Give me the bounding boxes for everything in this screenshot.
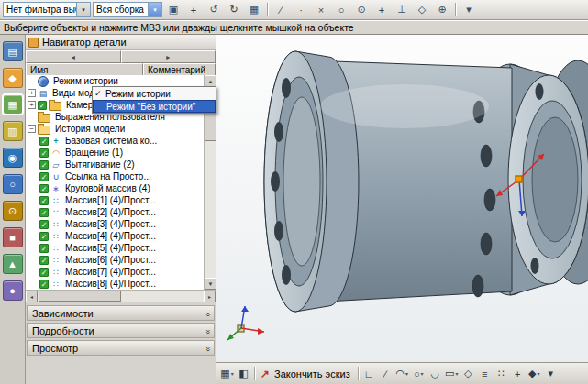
point-icon[interactable]: +: [510, 366, 526, 382]
hd3d-tools-icon[interactable]: ◉: [3, 148, 23, 168]
layers-icon[interactable]: ▦: [245, 1, 263, 19]
line-icon[interactable]: ∕: [378, 366, 394, 382]
tree-item-extrude[interactable]: ✓▱Вытягивание (2): [26, 159, 204, 170]
tree-item-pattern-member[interactable]: ✓∷Массив[1] (4)/Прост...: [26, 194, 204, 206]
fillet-icon[interactable]: ◡: [427, 366, 443, 382]
snap-endpoint-icon[interactable]: ∕: [272, 1, 290, 19]
web-browser-icon[interactable]: ○: [3, 174, 23, 194]
roles-icon[interactable]: ●: [3, 280, 23, 301]
add-component-icon[interactable]: +: [184, 1, 203, 19]
chevron-expand-icon[interactable]: »: [203, 346, 212, 349]
rectangle-icon[interactable]: ▭▾: [444, 366, 460, 382]
pattern-curve-icon[interactable]: ∷: [494, 366, 509, 382]
snap-intersection-icon[interactable]: ×: [312, 1, 330, 19]
chevron-down-icon[interactable]: ▾: [76, 3, 90, 16]
navigator-back-button[interactable]: ◂: [26, 50, 121, 63]
reuse-library-icon[interactable]: ▥: [3, 121, 23, 141]
navigator-forward-button[interactable]: ▸: [121, 50, 216, 63]
checkbox-icon[interactable]: ✓: [39, 208, 49, 217]
tree-item-pattern-member[interactable]: ✓∷Массив[6] (4)/Прост...: [26, 254, 204, 266]
chevron-down-icon[interactable]: ▾: [537, 370, 539, 377]
checkbox-icon[interactable]: ✓: [39, 220, 49, 229]
tree-item-pattern-member[interactable]: ✓∷Массив[2] (4)/Прост...: [26, 206, 204, 218]
checkbox-icon[interactable]: ✓: [39, 137, 49, 146]
history-icon[interactable]: ⊙: [3, 201, 23, 221]
snap-existing-point-icon[interactable]: +: [372, 1, 391, 19]
snap-midpoint-icon[interactable]: ·: [292, 1, 310, 19]
menu-item-history-mode[interactable]: ✓ Режим истории: [93, 87, 216, 100]
flange-part[interactable]: [264, 51, 588, 312]
part-navigator-icon[interactable]: ▦: [3, 94, 23, 115]
snapshot-icon[interactable]: ▣: [164, 1, 183, 19]
checkbox-icon[interactable]: ✓: [39, 184, 49, 193]
checkbox-icon[interactable]: ✓: [39, 280, 49, 289]
offset-curve-icon[interactable]: ≡: [477, 366, 493, 382]
checkbox-icon[interactable]: ✓: [39, 172, 49, 181]
scroll-right-icon[interactable]: ▸: [204, 291, 216, 302]
profile-icon[interactable]: ∟: [361, 366, 377, 382]
checkbox-icon[interactable]: ✓: [39, 196, 49, 205]
tree-item-link[interactable]: ✓∪Ссылка на Просто...: [26, 170, 204, 182]
process-studio-icon[interactable]: ▲: [3, 254, 23, 274]
expand-toggle-icon[interactable]: +: [28, 101, 36, 109]
snap-perpendicular-icon[interactable]: ⊥: [393, 1, 411, 19]
more-shapes-icon[interactable]: ◆▾: [527, 366, 542, 382]
chevron-down-icon[interactable]: ▾: [421, 370, 424, 377]
tree-item-revolve[interactable]: ✓◠Вращение (1): [26, 147, 204, 159]
tree-item-pattern-member[interactable]: ✓∷Массив[7] (4)/Прост...: [26, 266, 204, 278]
materials-icon[interactable]: ■: [3, 227, 23, 247]
selection-scope-dropdown[interactable]: Вся сборка ▾: [93, 2, 162, 17]
graphics-viewport[interactable]: [216, 35, 588, 362]
tree-horizontal-scrollbar[interactable]: ◂ ▸: [26, 290, 216, 302]
checkbox-icon[interactable]: ✓: [39, 244, 49, 253]
checkbox-icon[interactable]: ✓: [39, 256, 49, 265]
column-header-comment[interactable]: Комментарий: [143, 63, 216, 76]
collapse-toggle-icon[interactable]: −: [28, 125, 36, 133]
checkbox-icon[interactable]: ✓: [39, 232, 49, 241]
tree-item-pattern-member[interactable]: ✓∷Массив[4] (4)/Прост...: [26, 230, 204, 242]
panel-preview[interactable]: Просмотр »: [27, 340, 215, 356]
tree-item-datum-csys[interactable]: ✓+Базовая система ко...: [26, 135, 204, 147]
scroll-left-icon[interactable]: ◂: [26, 291, 38, 302]
orbit-icon[interactable]: ↺: [205, 1, 223, 19]
column-header-name[interactable]: Имя: [26, 63, 143, 76]
circle-icon[interactable]: ○▾: [411, 366, 427, 382]
finish-sketch-button[interactable]: Закончить эскиз: [274, 368, 350, 379]
chevron-expand-icon[interactable]: »: [203, 329, 212, 332]
checkbox-icon[interactable]: ✓: [39, 148, 49, 158]
tree-item-model-history[interactable]: −История модели: [26, 123, 204, 135]
scrollbar-thumb[interactable]: [39, 291, 121, 302]
checkbox-icon[interactable]: ✓: [38, 101, 47, 110]
constraint-navigator-icon[interactable]: ◆: [3, 68, 23, 88]
tree-item-pattern-member[interactable]: ✓∷Массив[5] (4)/Прост...: [26, 242, 204, 254]
snap-quadrant-icon[interactable]: ⊙: [352, 1, 371, 19]
sketch-plane-icon[interactable]: ▦▾: [219, 366, 235, 382]
assembly-navigator-icon[interactable]: ▤: [3, 41, 23, 61]
selection-filter-dropdown[interactable]: Нет фильтра выбо ▾: [3, 2, 91, 17]
expand-toggle-icon[interactable]: +: [28, 89, 36, 97]
snap-point-on-curve-icon[interactable]: ◇: [413, 1, 431, 19]
checkbox-icon[interactable]: ✓: [39, 160, 49, 170]
tree-item-pattern-member[interactable]: ✓∷Массив[3] (4)/Прост...: [26, 218, 204, 230]
panel-details[interactable]: Подробности »: [27, 323, 215, 338]
chevron-down-icon[interactable]: ▾: [231, 370, 234, 377]
toolbar-more-icon[interactable]: ▾: [543, 366, 559, 382]
viewport-canvas[interactable]: [216, 35, 588, 362]
polygon-icon[interactable]: ◇: [460, 366, 476, 382]
reattach-icon[interactable]: ◧: [236, 366, 251, 382]
refresh-icon[interactable]: ↻: [225, 1, 243, 19]
chevron-down-icon[interactable]: ▾: [148, 3, 161, 16]
toolbar-options-icon[interactable]: ▾: [460, 1, 478, 19]
chevron-expand-icon[interactable]: »: [203, 312, 212, 314]
snap-tangent-icon[interactable]: ⊕: [433, 1, 451, 19]
chevron-down-icon[interactable]: ▾: [455, 370, 458, 377]
panel-dependencies[interactable]: Зависимости »: [27, 305, 215, 321]
menu-item-history-free-mode[interactable]: Режим "Без истории": [93, 100, 216, 113]
chevron-down-icon[interactable]: ▾: [405, 370, 408, 377]
snap-arc-center-icon[interactable]: ○: [332, 1, 350, 19]
checkbox-icon[interactable]: ✓: [39, 268, 49, 277]
finish-sketch-icon[interactable]: ↗: [258, 367, 272, 381]
scroll-down-icon[interactable]: ▼: [205, 278, 216, 290]
arc-icon[interactable]: ◠▾: [394, 366, 410, 382]
tree-item-circular-pattern[interactable]: ✓∗Круговой массив (4): [26, 182, 204, 194]
